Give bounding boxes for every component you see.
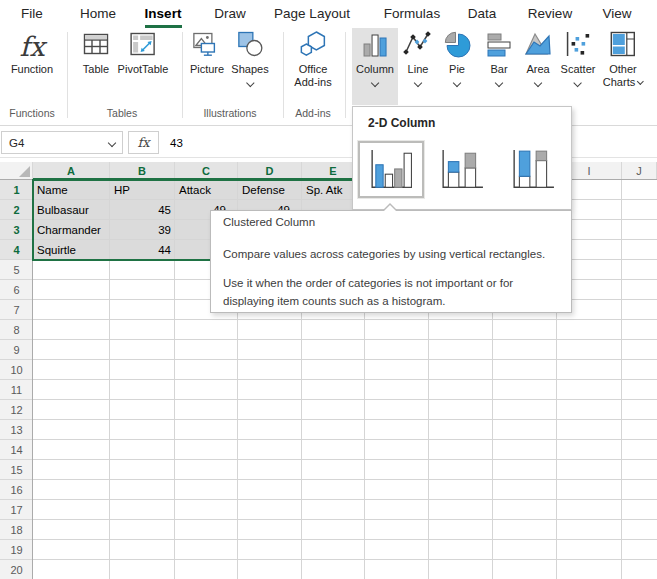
row-header-10[interactable]: 10 [0,360,33,380]
other-charts-chevron-icon [637,78,644,85]
area-chevron-icon [534,79,542,87]
column-chart-dropdown: 2-D Column [352,106,572,210]
gridline [33,459,657,460]
tab-page-layout[interactable]: Page Layout [274,0,350,26]
tab-home[interactable]: Home [80,0,116,26]
gridline [33,379,657,380]
gridline [33,419,657,420]
gridline [33,519,657,520]
row-header-14[interactable]: 14 [0,440,33,460]
line-chart-icon [403,29,433,63]
tab-data[interactable]: Data [468,0,497,26]
tab-insert[interactable]: Insert [145,0,182,26]
gridline [33,339,657,340]
select-all-corner[interactable] [0,162,33,180]
table-icon [82,30,110,62]
row-header-9[interactable]: 9 [0,340,33,360]
gridline [33,439,657,440]
line-chevron-icon [414,79,422,87]
pie-chart-button[interactable]: Pie [442,29,472,86]
group-label-illustrations: Illustrations [203,107,256,119]
group-separator [67,32,68,118]
pie-chevron-icon [453,79,461,87]
row-header-5[interactable]: 5 [0,260,33,280]
gridline [33,399,657,400]
bar-chart-button[interactable]: Bar [485,29,513,86]
gridline [33,539,657,540]
gridline [33,359,657,360]
row-header-8[interactable]: 8 [0,320,33,340]
group-label-functions: Functions [9,107,55,119]
tooltip-description-2: Use it when the order of categories is n… [223,274,559,310]
office-addins-button[interactable]: Office Add-ins [294,29,331,89]
gridline [33,319,657,320]
table-button[interactable]: Table [82,29,110,76]
group-label-tables: Tables [107,107,137,119]
active-tab-underline [145,25,182,28]
tab-draw[interactable]: Draw [214,0,246,26]
stacked-column-option[interactable] [429,141,495,198]
group-separator [345,32,346,118]
area-chart-button[interactable]: Area [523,29,553,86]
pivottable-button[interactable]: PivotTable [118,29,169,76]
row-header-4[interactable]: 4 [0,240,33,260]
clustered-column-icon [367,148,415,192]
name-box-chevron-icon [108,139,116,147]
formula-bar-value[interactable]: 43 [170,131,183,154]
row-header-18[interactable]: 18 [0,520,33,540]
row-header-19[interactable]: 19 [0,540,33,560]
row-header-15[interactable]: 15 [0,460,33,480]
shapes-chevron-icon [246,79,254,87]
row-header-2[interactable]: 2 [0,200,33,220]
tooltip-description-1: Compare values across categories by usin… [223,245,559,263]
picture-icon [192,29,222,63]
row-header-6[interactable]: 6 [0,280,33,300]
column-header-J[interactable]: J [622,162,657,180]
tab-file[interactable]: File [21,0,43,26]
dropdown-section-title: 2-D Column [368,116,435,130]
row-header-7[interactable]: 7 [0,300,33,320]
row-header-17[interactable]: 17 [0,500,33,520]
hundred-percent-stacked-column-icon [509,148,557,192]
column-chart-icon [361,29,389,63]
tab-formulas[interactable]: Formulas [384,0,440,26]
row-header-3[interactable]: 3 [0,220,33,240]
row-header-13[interactable]: 13 [0,420,33,440]
row-header-1[interactable]: 1 [0,180,33,200]
insert-function-button[interactable]: fx [128,131,159,154]
hundred-percent-stacked-column-option[interactable] [500,141,566,198]
tab-review[interactable]: Review [528,0,572,26]
scatter-chart-button[interactable]: Scatter [561,29,596,86]
row-header-20[interactable]: 20 [0,560,33,579]
other-charts-button[interactable]: Other Charts [603,29,643,89]
column-chart-button[interactable]: Column [356,29,394,86]
clustered-column-option[interactable] [358,141,424,198]
pivottable-icon [129,30,157,62]
row-header-11[interactable]: 11 [0,380,33,400]
tab-view[interactable]: View [602,0,631,26]
gridline [33,559,657,560]
row-header-12[interactable]: 12 [0,400,33,420]
row-header-16[interactable]: 16 [0,480,33,500]
scatter-chevron-icon [574,79,582,87]
shapes-button[interactable]: Shapes [231,29,268,86]
shapes-icon [235,29,265,63]
gridline [33,479,657,480]
column-chevron-icon [371,79,379,87]
clustered-column-tooltip: Clustered Column Compare values across c… [210,210,572,313]
bar-chevron-icon [495,79,503,87]
picture-button[interactable]: Picture [190,29,224,76]
excel-window: File Home Insert Draw Page Layout Formul… [0,0,657,579]
tooltip-title: Clustered Column [223,215,559,229]
bar-chart-icon [485,29,513,63]
name-box[interactable]: G4 [1,131,123,154]
function-button[interactable]: fx Function [11,29,53,76]
group-label-addins: Add-ins [295,107,331,119]
function-icon: fx [19,31,44,62]
group-separator [283,32,284,118]
group-separator [182,32,183,118]
scatter-chart-icon [564,29,592,63]
other-charts-icon [608,29,638,63]
line-chart-button[interactable]: Line [403,29,433,86]
gridline [33,499,657,500]
